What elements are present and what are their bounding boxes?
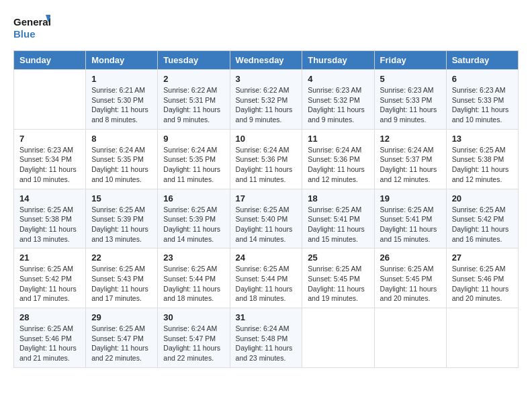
- svg-text:Blue: Blue: [13, 28, 36, 40]
- day-info: Sunrise: 6:24 AM Sunset: 5:48 PM Dayligh…: [236, 324, 297, 363]
- header-cell-friday: Friday: [374, 51, 446, 70]
- day-number: 16: [163, 193, 224, 203]
- week-row-5: 28Sunrise: 6:25 AM Sunset: 5:46 PM Dayli…: [14, 308, 519, 368]
- day-info: Sunrise: 6:25 AM Sunset: 5:46 PM Dayligh…: [19, 324, 80, 363]
- day-info: Sunrise: 6:23 AM Sunset: 5:33 PM Dayligh…: [452, 85, 513, 125]
- week-row-4: 21Sunrise: 6:25 AM Sunset: 5:42 PM Dayli…: [14, 248, 519, 308]
- day-cell: 1Sunrise: 6:21 AM Sunset: 5:30 PM Daylig…: [86, 70, 158, 130]
- header-cell-wednesday: Wednesday: [230, 51, 302, 70]
- day-number: 8: [91, 134, 152, 144]
- day-info: Sunrise: 6:25 AM Sunset: 5:43 PM Dayligh…: [91, 264, 152, 304]
- day-cell: 2Sunrise: 6:22 AM Sunset: 5:31 PM Daylig…: [158, 70, 230, 130]
- day-cell: 13Sunrise: 6:25 AM Sunset: 5:38 PM Dayli…: [446, 129, 518, 189]
- day-number: 6: [452, 74, 513, 84]
- day-cell: 6Sunrise: 6:23 AM Sunset: 5:33 PM Daylig…: [446, 70, 518, 130]
- day-info: Sunrise: 6:25 AM Sunset: 5:41 PM Dayligh…: [308, 205, 368, 244]
- day-number: 25: [308, 253, 368, 263]
- day-cell: 17Sunrise: 6:25 AM Sunset: 5:40 PM Dayli…: [230, 189, 302, 248]
- day-cell: 15Sunrise: 6:25 AM Sunset: 5:39 PM Dayli…: [86, 189, 158, 248]
- day-number: 4: [308, 74, 368, 84]
- day-number: 13: [452, 134, 513, 144]
- day-cell: 30Sunrise: 6:24 AM Sunset: 5:47 PM Dayli…: [158, 308, 230, 368]
- day-cell: 7Sunrise: 6:23 AM Sunset: 5:34 PM Daylig…: [14, 129, 86, 189]
- day-number: 27: [452, 253, 513, 263]
- day-cell: 27Sunrise: 6:25 AM Sunset: 5:46 PM Dayli…: [446, 248, 518, 308]
- day-number: 18: [308, 193, 368, 203]
- day-info: Sunrise: 6:25 AM Sunset: 5:42 PM Dayligh…: [452, 205, 513, 244]
- day-cell: 8Sunrise: 6:24 AM Sunset: 5:35 PM Daylig…: [86, 129, 158, 189]
- day-info: Sunrise: 6:24 AM Sunset: 5:37 PM Dayligh…: [380, 145, 441, 185]
- day-cell: [14, 70, 86, 130]
- day-cell: 12Sunrise: 6:24 AM Sunset: 5:37 PM Dayli…: [374, 129, 446, 189]
- day-number: 28: [19, 312, 80, 322]
- day-number: 10: [236, 134, 297, 144]
- header-cell-saturday: Saturday: [446, 51, 518, 70]
- day-cell: 31Sunrise: 6:24 AM Sunset: 5:48 PM Dayli…: [230, 308, 302, 368]
- day-cell: 16Sunrise: 6:25 AM Sunset: 5:39 PM Dayli…: [158, 189, 230, 248]
- header-cell-tuesday: Tuesday: [158, 51, 230, 70]
- day-number: 31: [236, 312, 297, 322]
- day-number: 19: [380, 193, 441, 203]
- week-row-2: 7Sunrise: 6:23 AM Sunset: 5:34 PM Daylig…: [14, 129, 519, 189]
- day-number: 1: [91, 74, 152, 84]
- day-info: Sunrise: 6:24 AM Sunset: 5:35 PM Dayligh…: [163, 145, 224, 185]
- day-info: Sunrise: 6:25 AM Sunset: 5:44 PM Dayligh…: [236, 264, 297, 304]
- day-info: Sunrise: 6:25 AM Sunset: 5:38 PM Dayligh…: [19, 205, 80, 244]
- logo-svg: General Blue: [13, 13, 50, 44]
- day-number: 11: [308, 134, 368, 144]
- day-info: Sunrise: 6:24 AM Sunset: 5:36 PM Dayligh…: [236, 145, 297, 185]
- day-number: 20: [452, 193, 513, 203]
- day-number: 15: [91, 193, 152, 203]
- day-info: Sunrise: 6:23 AM Sunset: 5:34 PM Dayligh…: [19, 145, 80, 185]
- day-info: Sunrise: 6:22 AM Sunset: 5:32 PM Dayligh…: [236, 85, 297, 125]
- header-cell-sunday: Sunday: [14, 51, 86, 70]
- day-number: 30: [163, 312, 224, 322]
- day-info: Sunrise: 6:25 AM Sunset: 5:40 PM Dayligh…: [236, 205, 297, 244]
- day-info: Sunrise: 6:25 AM Sunset: 5:46 PM Dayligh…: [452, 264, 513, 304]
- day-cell: [446, 308, 518, 368]
- day-number: 5: [380, 74, 441, 84]
- header-row: SundayMondayTuesdayWednesdayThursdayFrid…: [14, 51, 519, 70]
- day-number: 23: [163, 253, 224, 263]
- day-cell: 26Sunrise: 6:25 AM Sunset: 5:45 PM Dayli…: [374, 248, 446, 308]
- day-info: Sunrise: 6:25 AM Sunset: 5:45 PM Dayligh…: [308, 264, 368, 304]
- day-info: Sunrise: 6:22 AM Sunset: 5:31 PM Dayligh…: [163, 85, 224, 125]
- day-number: 2: [163, 74, 224, 84]
- day-cell: 9Sunrise: 6:24 AM Sunset: 5:35 PM Daylig…: [158, 129, 230, 189]
- day-info: Sunrise: 6:24 AM Sunset: 5:36 PM Dayligh…: [308, 145, 368, 185]
- day-number: 14: [19, 193, 80, 203]
- day-info: Sunrise: 6:25 AM Sunset: 5:41 PM Dayligh…: [380, 205, 441, 244]
- day-info: Sunrise: 6:25 AM Sunset: 5:44 PM Dayligh…: [163, 264, 224, 304]
- logo: General Blue: [13, 13, 50, 44]
- day-cell: 23Sunrise: 6:25 AM Sunset: 5:44 PM Dayli…: [158, 248, 230, 308]
- day-cell: 18Sunrise: 6:25 AM Sunset: 5:41 PM Dayli…: [302, 189, 374, 248]
- day-number: 9: [163, 134, 224, 144]
- day-number: 7: [19, 134, 80, 144]
- svg-text:General: General: [13, 16, 50, 28]
- day-cell: 20Sunrise: 6:25 AM Sunset: 5:42 PM Dayli…: [446, 189, 518, 248]
- day-number: 12: [380, 134, 441, 144]
- day-info: Sunrise: 6:25 AM Sunset: 5:45 PM Dayligh…: [380, 264, 441, 304]
- day-number: 21: [19, 253, 80, 263]
- day-cell: 19Sunrise: 6:25 AM Sunset: 5:41 PM Dayli…: [374, 189, 446, 248]
- day-cell: 4Sunrise: 6:23 AM Sunset: 5:32 PM Daylig…: [302, 70, 374, 130]
- day-number: 3: [236, 74, 297, 84]
- calendar-table: SundayMondayTuesdayWednesdayThursdayFrid…: [13, 50, 519, 368]
- day-cell: 5Sunrise: 6:23 AM Sunset: 5:33 PM Daylig…: [374, 70, 446, 130]
- week-row-3: 14Sunrise: 6:25 AM Sunset: 5:38 PM Dayli…: [14, 189, 519, 248]
- day-cell: 14Sunrise: 6:25 AM Sunset: 5:38 PM Dayli…: [14, 189, 86, 248]
- header-cell-thursday: Thursday: [302, 51, 374, 70]
- day-info: Sunrise: 6:23 AM Sunset: 5:33 PM Dayligh…: [380, 85, 441, 125]
- day-cell: 28Sunrise: 6:25 AM Sunset: 5:46 PM Dayli…: [14, 308, 86, 368]
- day-number: 29: [91, 312, 152, 322]
- day-cell: 11Sunrise: 6:24 AM Sunset: 5:36 PM Dayli…: [302, 129, 374, 189]
- day-cell: 22Sunrise: 6:25 AM Sunset: 5:43 PM Dayli…: [86, 248, 158, 308]
- day-info: Sunrise: 6:21 AM Sunset: 5:30 PM Dayligh…: [91, 85, 152, 125]
- day-cell: 24Sunrise: 6:25 AM Sunset: 5:44 PM Dayli…: [230, 248, 302, 308]
- day-cell: 25Sunrise: 6:25 AM Sunset: 5:45 PM Dayli…: [302, 248, 374, 308]
- day-info: Sunrise: 6:25 AM Sunset: 5:47 PM Dayligh…: [91, 324, 152, 363]
- week-row-1: 1Sunrise: 6:21 AM Sunset: 5:30 PM Daylig…: [14, 70, 519, 130]
- day-info: Sunrise: 6:24 AM Sunset: 5:47 PM Dayligh…: [163, 324, 224, 363]
- day-cell: [302, 308, 374, 368]
- day-number: 24: [236, 253, 297, 263]
